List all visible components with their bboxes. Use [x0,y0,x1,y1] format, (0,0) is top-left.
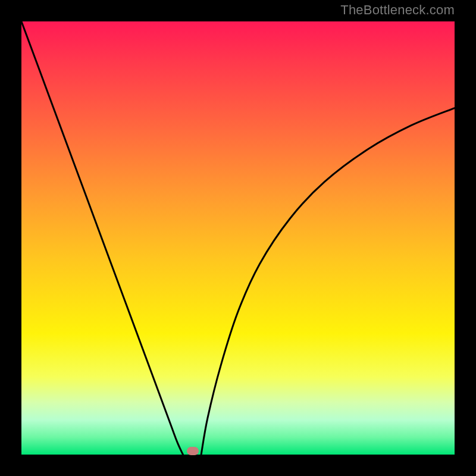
curve-svg [21,21,455,455]
plot-area [21,21,455,455]
chart-frame: TheBottleneck.com [0,0,476,476]
watermark-text: TheBottleneck.com [340,2,455,18]
minimum-marker [187,447,199,455]
curve-right-branch [201,108,455,455]
curve-left-branch [21,21,183,455]
